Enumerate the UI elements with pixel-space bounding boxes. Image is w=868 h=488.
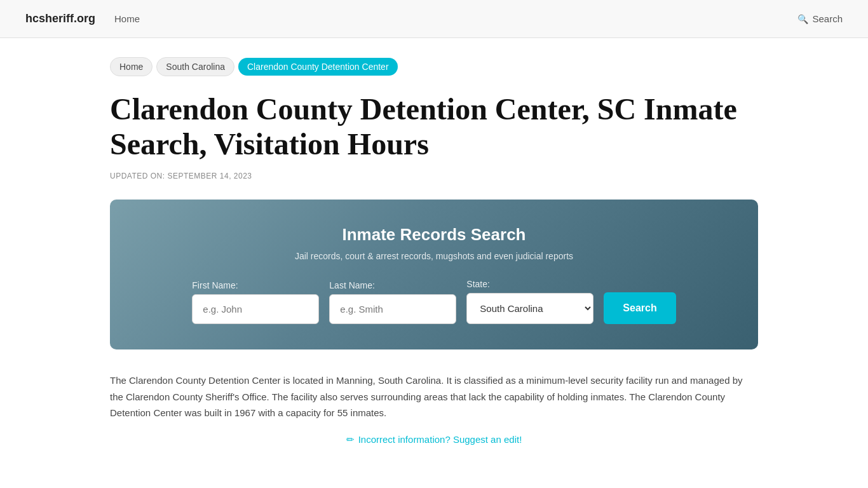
page-title: Clarendon County Detention Center, SC In… (110, 92, 758, 161)
breadcrumb: Home South Carolina Clarendon County Det… (110, 57, 758, 76)
suggest-edit-label: Incorrect information? Suggest an edit! (358, 434, 522, 445)
state-select[interactable]: AlabamaAlaskaArizonaArkansasCaliforniaCo… (466, 293, 593, 324)
suggest-edit: ✏ Incorrect information? Suggest an edit… (110, 434, 758, 445)
last-name-input[interactable] (329, 294, 456, 324)
breadcrumb-home[interactable]: Home (110, 57, 153, 76)
description-text: The Clarendon County Detention Center is… (110, 372, 758, 421)
first-name-label: First Name: (192, 280, 319, 290)
search-card-subtitle: Jail records, court & arrest records, mu… (142, 251, 726, 261)
navbar: hcsheriff.org Home 🔍 Search (0, 0, 868, 38)
navbar-left: hcsheriff.org Home (25, 12, 140, 25)
nav-home-link[interactable]: Home (114, 13, 140, 24)
pencil-icon: ✏ (346, 434, 355, 445)
last-name-group: Last Name: (329, 280, 456, 324)
nav-search-button[interactable]: 🔍 Search (797, 13, 843, 24)
first-name-group: First Name: (192, 280, 319, 324)
search-icon: 🔍 (797, 14, 808, 24)
search-button[interactable]: Search (604, 292, 675, 324)
first-name-input[interactable] (192, 294, 319, 324)
search-form: First Name: Last Name: State: AlabamaAla… (142, 279, 726, 324)
state-label: State: (466, 279, 593, 289)
search-card: Inmate Records Search Jail records, cour… (110, 200, 758, 349)
main-content: Home South Carolina Clarendon County Det… (85, 38, 783, 464)
site-title[interactable]: hcsheriff.org (25, 12, 95, 25)
search-card-title: Inmate Records Search (142, 225, 726, 245)
updated-on: UPDATED ON: SEPTEMBER 14, 2023 (110, 172, 758, 180)
last-name-label: Last Name: (329, 280, 456, 290)
breadcrumb-state[interactable]: South Carolina (156, 57, 234, 76)
state-group: State: AlabamaAlaskaArizonaArkansasCalif… (466, 279, 593, 324)
suggest-edit-link[interactable]: ✏ Incorrect information? Suggest an edit… (346, 434, 522, 445)
breadcrumb-current[interactable]: Clarendon County Detention Center (238, 58, 398, 76)
nav-search-label: Search (812, 13, 843, 24)
